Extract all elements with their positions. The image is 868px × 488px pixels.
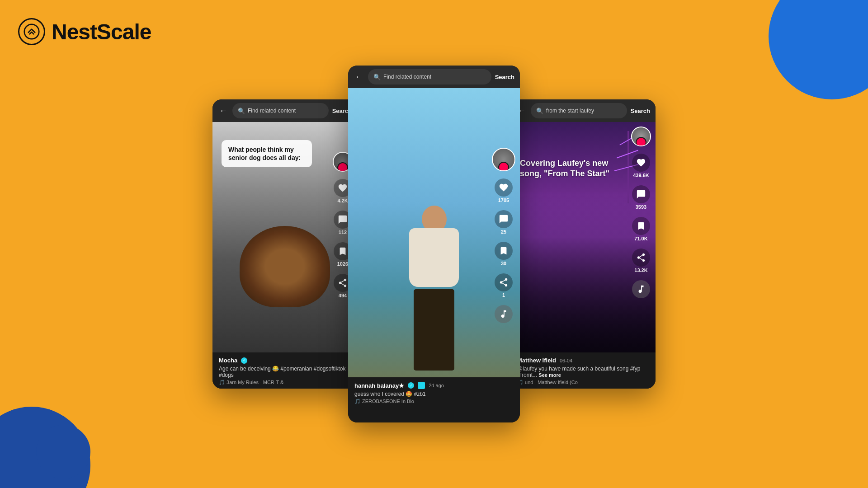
like-item-center[interactable]: 1705	[495, 178, 513, 203]
user-info-right: Matthew Ifield 06-04	[517, 357, 649, 364]
phone-bottom-center: hannah balanay★ ✓ 2d ago guess who I cov…	[348, 377, 520, 422]
phones-container: ← 🔍 Find related content Search What peo…	[0, 0, 868, 488]
dog-overlay	[240, 226, 330, 307]
video-area-left: What people think my senior dog does all…	[212, 122, 357, 352]
sound-item-center[interactable]	[495, 305, 513, 323]
bookmark-item-center[interactable]: 30	[495, 242, 513, 266]
interaction-sidebar-center: + 1705 25	[492, 148, 515, 323]
heart-icon-center	[495, 178, 513, 197]
back-button-left[interactable]: ←	[218, 106, 229, 116]
search-button-right[interactable]: Search	[631, 108, 650, 114]
username-center: hannah balanay★	[354, 382, 404, 389]
search-icon-center: 🔍	[373, 74, 381, 80]
bookmark-icon-right	[632, 217, 650, 235]
caption-text-left: What people think my senior dog does all…	[228, 146, 301, 161]
phone-right-header: ← 🔍 from the start laufey Search	[511, 99, 656, 122]
search-icon-right: 🔍	[536, 108, 543, 114]
video-area-right: Covering Laufey's new song, "From The St…	[511, 122, 656, 352]
avatar-item-center: +	[492, 148, 515, 171]
avatar-center: +	[492, 148, 515, 171]
search-bar-left[interactable]: 🔍 Find related content	[232, 103, 329, 118]
search-button-center[interactable]: Search	[495, 74, 514, 80]
person-shirt	[409, 228, 459, 287]
comment-icon-center	[495, 210, 513, 228]
bookmark-item-right[interactable]: 71.0K	[632, 217, 650, 241]
bookmark-count-right: 71.0K	[634, 236, 647, 241]
video-caption-center: guess who I covered 🤩 #zb1	[354, 391, 514, 397]
share-icon-right	[632, 249, 650, 267]
bookmark-icon-center	[495, 242, 513, 260]
comment-count-center: 25	[501, 229, 506, 235]
caption-box-left: What people think my senior dog does all…	[222, 140, 312, 167]
search-bar-right[interactable]: 🔍 from the start laufey	[531, 103, 627, 118]
search-query-center: Find related content	[383, 74, 486, 80]
follow-plus-left[interactable]: +	[339, 165, 347, 172]
user-info-center: hannah balanay★ ✓ 2d ago	[354, 382, 514, 389]
bookmark-count-center: 30	[501, 261, 506, 266]
sound-item-right[interactable]	[632, 280, 650, 298]
caption-box-right: Covering Laufey's new song, "From The St…	[520, 158, 619, 179]
follow-plus-right[interactable]: +	[637, 140, 645, 146]
sound-icon-center	[495, 305, 513, 323]
search-icon-left: 🔍	[238, 108, 245, 114]
caption-text-right: Covering Laufey's new song, "From The St…	[520, 159, 609, 178]
avatar-right: +	[631, 127, 651, 146]
video-area-center: + 1705 25	[348, 88, 520, 377]
phone-left-header: ← 🔍 Find related content Search	[212, 99, 357, 122]
verified-badge-center: ✓	[408, 382, 414, 389]
comment-count-right: 3593	[636, 204, 646, 210]
phone-left: ← 🔍 Find related content Search What peo…	[212, 99, 357, 389]
comment-count-left: 112	[339, 230, 347, 235]
search-query-right: from the start laufey	[546, 108, 622, 114]
diamond-badge	[418, 382, 425, 389]
like-count-left: 4.2K	[337, 198, 348, 203]
like-item-right[interactable]: 439.6K	[632, 154, 650, 178]
back-button-center[interactable]: ←	[354, 72, 364, 82]
like-count-right: 439.6K	[633, 173, 649, 178]
phone-center-header: ← 🔍 Find related content Search	[348, 66, 520, 88]
like-count-center: 1705	[498, 197, 509, 203]
heart-icon-right	[632, 154, 650, 172]
share-count-center: 1	[502, 292, 505, 298]
verified-badge-left: ✓	[241, 357, 247, 364]
search-bar-center[interactable]: 🔍 Find related content	[368, 69, 491, 84]
comment-icon-right	[632, 185, 650, 203]
follow-plus-center[interactable]: +	[500, 165, 508, 171]
comment-item-right[interactable]: 3593	[632, 185, 650, 210]
interaction-sidebar-right: + 439.6K 3593	[631, 127, 651, 298]
timestamp-center: 2d ago	[429, 383, 444, 388]
user-info-left: Mocha ✓	[219, 357, 351, 364]
video-caption-left: Age can be deceiving 😂 #pomeranian #dogs…	[219, 366, 351, 378]
username-right: Matthew Ifield	[517, 357, 556, 364]
avatar-item-right: +	[631, 127, 651, 146]
music-left: 🎵 3arn My Rules - MCR-T &	[219, 380, 351, 385]
timestamp-right: 06-04	[560, 358, 572, 363]
share-item-right[interactable]: 13.2K	[632, 249, 650, 273]
search-query-left: Find related content	[248, 108, 323, 114]
comment-item-center[interactable]: 25	[495, 210, 513, 235]
music-right: 🎵 und - Matthew Ifield (Co	[517, 380, 649, 385]
share-icon-center	[495, 273, 513, 291]
share-item-center[interactable]: 1	[495, 273, 513, 298]
phone-right: ← 🔍 from the start laufey Search	[511, 99, 656, 389]
phone-center: ← 🔍 Find related content Search	[348, 66, 520, 422]
music-center: 🎵 ZEROBASEONE In Blo	[354, 399, 514, 404]
sound-icon-right	[632, 280, 650, 298]
share-count-left: 494	[339, 293, 347, 298]
video-caption-right: @laufey you have made such a beautiful s…	[517, 366, 649, 378]
username-left: Mocha	[219, 357, 237, 364]
phone-bottom-right: Matthew Ifield 06-04 @laufey you have ma…	[511, 352, 656, 389]
share-count-right: 13.2K	[634, 267, 647, 273]
bookmark-count-left: 1026	[337, 261, 348, 267]
phone-bottom-left: Mocha ✓ Age can be deceiving 😂 #pomerani…	[212, 352, 357, 389]
see-more-right[interactable]: See more	[538, 372, 561, 378]
